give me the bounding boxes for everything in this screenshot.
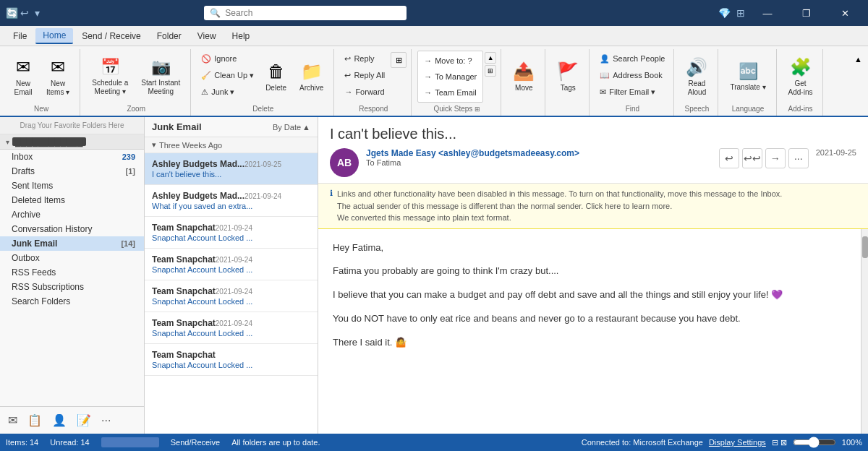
search-people-button[interactable]: 👤 Search People bbox=[595, 51, 669, 66]
zoom-slider[interactable] bbox=[793, 437, 836, 448]
restore-button[interactable]: ❐ bbox=[790, 0, 823, 26]
tags-button[interactable]: 🚩 Tags bbox=[551, 51, 584, 103]
team-email-icon: → bbox=[424, 88, 432, 97]
reply-button[interactable]: ↩ Reply bbox=[340, 51, 389, 66]
sidebar-item-search-folders[interactable]: Search Folders bbox=[0, 294, 144, 309]
menu-view[interactable]: View bbox=[190, 29, 224, 43]
search-input[interactable] bbox=[225, 8, 401, 18]
sidebar-item-rss-sub[interactable]: RSS Subscriptions bbox=[0, 280, 144, 294]
sidebar-account-row: ▾ ████████████ bbox=[6, 137, 138, 146]
send-receive-label: Send/Receive bbox=[171, 438, 221, 447]
read-aloud-button[interactable]: 🔊 ReadAloud bbox=[680, 51, 713, 103]
email-item-4-header: Team Snapchat 2021-09-24 bbox=[152, 286, 310, 296]
sidebar-item-deleted[interactable]: Deleted Items bbox=[0, 193, 144, 207]
new-email-button[interactable]: ✉ NewEmail bbox=[7, 51, 39, 103]
collapse-ribbon-button[interactable]: ▲ bbox=[851, 52, 865, 66]
sidebar-item-rss[interactable]: RSS Feeds bbox=[0, 265, 144, 280]
reading-header: I can't believe this... AB Jgets Made Ea… bbox=[318, 117, 868, 184]
mail-nav-icon[interactable]: ✉ bbox=[6, 411, 20, 429]
minimize-button[interactable]: — bbox=[751, 0, 784, 26]
reply-action-button[interactable]: ↩ bbox=[719, 148, 739, 168]
email-item-4[interactable]: Team Snapchat 2021-09-24 Snapchat Accoun… bbox=[145, 280, 318, 312]
email-date-1: 2021-09-24 bbox=[244, 192, 281, 200]
to-manager-button[interactable]: → To Manager bbox=[420, 69, 481, 85]
customize-icon[interactable]: ▾ bbox=[35, 7, 46, 19]
reply-all-button[interactable]: ↩ Reply All bbox=[340, 67, 389, 83]
search-box[interactable]: 🔍 bbox=[204, 6, 407, 20]
ribbon-delete-buttons: 🚫 Ignore 🧹 Clean Up ▾ ⚠ Junk ▾ 🗑 Delete … bbox=[197, 51, 329, 103]
move-to-button[interactable]: → Move to: ? bbox=[420, 53, 481, 69]
sidebar-item-drafts[interactable]: Drafts [1] bbox=[0, 164, 144, 179]
reading-actions: ↩ ↩↩ → ··· bbox=[719, 148, 809, 168]
undo-icon[interactable]: ↩ bbox=[20, 7, 32, 19]
items-label: Items: 14 bbox=[6, 438, 38, 447]
email-item-6[interactable]: Team Snapchat Snapchat Account Locked ..… bbox=[145, 344, 318, 376]
ignore-button[interactable]: 🚫 Ignore bbox=[197, 51, 258, 66]
team-email-button[interactable]: → Team Email bbox=[420, 85, 481, 100]
email-sender-2: Team Snapchat bbox=[152, 223, 216, 233]
respond-small-buttons: ↩ Reply ↩ Reply All → Forward bbox=[340, 51, 389, 100]
filter-email-button[interactable]: ✉ Filter Email ▾ bbox=[595, 84, 669, 100]
more-nav-icon[interactable]: ··· bbox=[99, 412, 113, 429]
sidebar-item-junk[interactable]: Junk Email [14] bbox=[0, 236, 144, 251]
email-item-0[interactable]: Ashley Budgets Mad... 2021-09-25 I can't… bbox=[145, 153, 318, 185]
display-settings-button[interactable]: Display Settings bbox=[709, 438, 766, 447]
sidebar-item-conversation[interactable]: Conversation History bbox=[0, 222, 144, 236]
menu-send-receive[interactable]: Send / Receive bbox=[75, 29, 148, 43]
email-item-5[interactable]: Team Snapchat 2021-09-24 Snapchat Accoun… bbox=[145, 312, 318, 344]
menu-help[interactable]: Help bbox=[225, 29, 258, 43]
quicksteps-settings-button[interactable]: ⊞ bbox=[485, 65, 496, 77]
move-icon: 📤 bbox=[513, 61, 535, 82]
sidebar-item-archive[interactable]: Archive bbox=[0, 207, 144, 222]
people-nav-icon[interactable]: 👤 bbox=[50, 411, 69, 429]
reading-scrollbar[interactable] bbox=[861, 229, 868, 434]
new-email-label: NewEmail bbox=[14, 80, 32, 97]
archive-button[interactable]: 📁 Archive bbox=[294, 51, 329, 103]
email-item-2[interactable]: Team Snapchat 2021-09-24 Snapchat Accoun… bbox=[145, 217, 318, 249]
sidebar-account-name: ████████████ bbox=[12, 137, 86, 146]
group-collapse-icon[interactable]: ▾ bbox=[152, 140, 156, 150]
delete-button[interactable]: 🗑 Delete bbox=[260, 51, 292, 103]
more-action-button[interactable]: ··· bbox=[788, 148, 809, 168]
forward-action-button[interactable]: → bbox=[765, 148, 786, 168]
email-item-3[interactable]: Team Snapchat 2021-09-24 Snapchat Accoun… bbox=[145, 249, 318, 280]
email-list-scroll[interactable]: ▾ Three Weeks Ago Ashley Budgets Mad... … bbox=[145, 137, 318, 434]
start-instant-meeting-button[interactable]: 📷 Start InstantMeeting bbox=[135, 51, 186, 103]
translate-button[interactable]: 🔤 Translate ▾ bbox=[724, 51, 771, 103]
sidebar-item-inbox[interactable]: Inbox 239 bbox=[0, 150, 144, 164]
menu-bar: File Home Send / Receive Folder View Hel… bbox=[0, 26, 868, 46]
reply-all-action-button[interactable]: ↩↩ bbox=[742, 148, 762, 168]
sidebar-item-sent[interactable]: Sent Items bbox=[0, 179, 144, 193]
quicksteps-expand-button[interactable]: ▲ bbox=[485, 52, 496, 64]
drafts-count: [1] bbox=[126, 167, 135, 176]
email-list-sort-arrow[interactable]: ▲ bbox=[302, 123, 310, 132]
get-addins-button[interactable]: 🧩 GetAdd-ins bbox=[783, 51, 819, 103]
calendar-nav-icon[interactable]: 📋 bbox=[25, 411, 44, 429]
reading-scroll-thumb[interactable] bbox=[862, 236, 868, 258]
cleanup-icon: 🧹 bbox=[201, 71, 211, 80]
email-item-1[interactable]: Ashley Budgets Mad... 2021-09-24 What if… bbox=[145, 185, 318, 217]
rss-label: RSS Feeds bbox=[12, 267, 56, 278]
cleanup-button[interactable]: 🧹 Clean Up ▾ bbox=[197, 67, 258, 83]
close-button[interactable]: ✕ bbox=[829, 0, 862, 26]
email-date-4: 2021-09-24 bbox=[216, 288, 252, 296]
menu-folder[interactable]: Folder bbox=[150, 29, 189, 43]
new-items-button[interactable]: ✉ NewItems ▾ bbox=[41, 51, 75, 103]
sidebar-collapse-icon[interactable]: ▾ bbox=[6, 138, 9, 146]
ribbon-language-buttons: 🔤 Translate ▾ bbox=[724, 51, 771, 103]
menu-home[interactable]: Home bbox=[35, 28, 73, 44]
move-label: Move bbox=[515, 84, 532, 93]
reading-body[interactable]: Hey Fatima, Fatima you probably are goin… bbox=[318, 229, 861, 434]
sidebar-item-outbox[interactable]: Outbox bbox=[0, 251, 144, 265]
forward-button[interactable]: → Forward bbox=[340, 84, 389, 100]
refresh-icon[interactable]: 🔄 bbox=[6, 7, 17, 19]
respond-more-button[interactable]: ⊞ bbox=[391, 52, 407, 68]
ribbon-respond-label: Respond bbox=[359, 103, 388, 114]
menu-file[interactable]: File bbox=[6, 29, 34, 43]
address-book-button[interactable]: 📖 Address Book bbox=[595, 67, 669, 83]
schedule-meeting-button[interactable]: 📅 Schedule aMeeting ▾ bbox=[86, 51, 134, 103]
email-list-sort[interactable]: By Date bbox=[273, 123, 301, 132]
tasks-nav-icon[interactable]: 📝 bbox=[75, 411, 93, 429]
junk-button[interactable]: ⚠ Junk ▾ bbox=[197, 84, 258, 100]
move-button[interactable]: 📤 Move bbox=[507, 51, 540, 103]
